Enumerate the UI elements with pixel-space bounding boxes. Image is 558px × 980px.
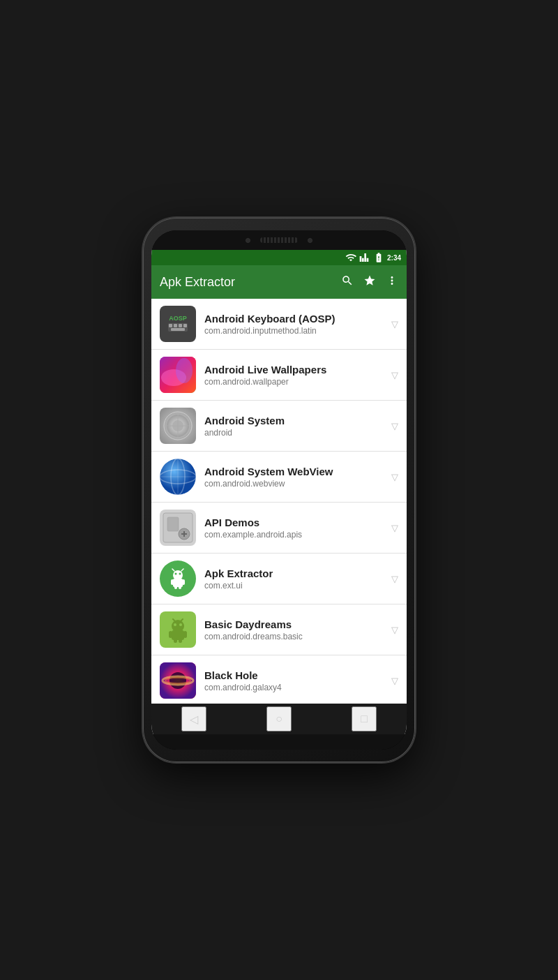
svg-rect-4 xyxy=(183,324,187,327)
status-bar: 2:34 xyxy=(151,250,407,265)
app-package: com.android.dreams.basic xyxy=(204,632,383,641)
app-name: Apk Extractor xyxy=(204,567,383,579)
app-info: Android System android xyxy=(204,415,383,438)
app-package: com.example.android.apis xyxy=(204,530,383,540)
speaker-grille xyxy=(260,237,298,243)
app-name: Black Hole xyxy=(204,669,383,681)
list-item[interactable]: Apk Extractor com.ext.ui ▽ xyxy=(151,554,407,604)
svg-line-41 xyxy=(181,619,183,621)
list-item[interactable]: Basic Daydreams com.android.dreams.basic… xyxy=(151,604,407,655)
svg-rect-43 xyxy=(183,631,187,638)
battery-icon xyxy=(373,252,384,263)
svg-point-38 xyxy=(174,623,176,626)
download-icon[interactable]: ▽ xyxy=(391,370,398,380)
search-icon[interactable] xyxy=(341,274,354,290)
app-list[interactable]: AOSP Android Keyboard (AOSP) com.andro xyxy=(151,299,407,704)
app-package: com.android.galaxy4 xyxy=(204,683,383,692)
app-icon-webview xyxy=(160,459,196,495)
svg-rect-42 xyxy=(169,631,172,638)
svg-rect-5 xyxy=(171,328,185,331)
list-item[interactable]: Android System android ▽ xyxy=(151,401,407,452)
download-icon[interactable]: ▽ xyxy=(391,523,398,533)
svg-rect-27 xyxy=(173,579,183,587)
sensor-dot xyxy=(308,238,312,243)
app-info: Basic Daydreams com.android.dreams.basic xyxy=(204,618,383,641)
download-icon[interactable]: ▽ xyxy=(391,625,398,635)
svg-point-29 xyxy=(179,573,181,575)
app-icon-live-wallpapers xyxy=(160,357,196,393)
phone-screen-container: 2:34 Apk Extractor xyxy=(151,230,407,750)
status-icons: 2:34 xyxy=(345,252,401,263)
app-info: API Demos com.example.android.apis xyxy=(204,517,383,540)
svg-rect-44 xyxy=(174,638,177,643)
app-info: Black Hole com.android.galaxy4 xyxy=(204,669,383,692)
app-package: com.android.webview xyxy=(204,479,383,489)
recents-button[interactable]: □ xyxy=(352,706,377,732)
app-info: Android System WebView com.android.webvi… xyxy=(204,466,383,489)
app-name: Android Keyboard (AOSP) xyxy=(204,313,383,325)
svg-point-39 xyxy=(179,623,182,626)
app-package: android xyxy=(204,428,383,438)
svg-point-28 xyxy=(175,573,177,575)
svg-rect-2 xyxy=(174,324,177,327)
camera-dot xyxy=(246,238,250,243)
app-name: Android System xyxy=(204,415,383,426)
app-icon-android-keyboard: AOSP xyxy=(160,306,196,342)
app-info: Apk Extractor com.ext.ui xyxy=(204,567,383,591)
favorites-icon[interactable] xyxy=(363,274,376,290)
list-item[interactable]: Android Live Wallpapers com.android.wall… xyxy=(151,350,407,401)
download-icon[interactable]: ▽ xyxy=(391,472,398,482)
app-icon-api-demos xyxy=(160,510,196,546)
app-name: Android Live Wallpapers xyxy=(204,364,383,376)
svg-line-40 xyxy=(173,619,175,621)
app-icon-apk-extractor xyxy=(160,560,196,597)
svg-rect-34 xyxy=(174,585,177,589)
phone-bottom-bar xyxy=(151,734,407,750)
app-package: com.ext.ui xyxy=(204,581,383,591)
list-item[interactable]: Black Hole com.android.galaxy4 ▽ xyxy=(151,655,407,704)
download-icon[interactable]: ▽ xyxy=(391,319,398,329)
phone-top-bar xyxy=(151,230,407,250)
download-icon[interactable]: ▽ xyxy=(391,676,398,686)
app-package: com.android.inputmethod.latin xyxy=(204,326,383,336)
svg-rect-3 xyxy=(179,324,182,327)
app-name: Basic Daydreams xyxy=(204,618,383,630)
status-time: 2:34 xyxy=(387,254,401,262)
app-info: Android Keyboard (AOSP) com.android.inpu… xyxy=(204,313,383,336)
toolbar-title: Apk Extractor xyxy=(160,275,335,290)
more-options-icon[interactable] xyxy=(386,274,398,290)
home-button[interactable]: ○ xyxy=(266,706,292,732)
list-item[interactable]: API Demos com.example.android.apis ▽ xyxy=(151,503,407,554)
download-icon[interactable]: ▽ xyxy=(391,574,398,584)
svg-point-47 xyxy=(169,672,186,689)
svg-rect-32 xyxy=(171,579,174,585)
list-item[interactable]: AOSP Android Keyboard (AOSP) com.andro xyxy=(151,299,407,350)
svg-rect-1 xyxy=(169,324,172,327)
screen: 2:34 Apk Extractor xyxy=(151,250,407,734)
svg-rect-35 xyxy=(179,585,181,589)
navigation-bar: ◁ ○ □ xyxy=(151,704,407,734)
list-item[interactable]: Android System WebView com.android.webvi… xyxy=(151,452,407,503)
app-icon-black-hole xyxy=(160,662,196,699)
svg-rect-45 xyxy=(179,638,182,643)
svg-rect-33 xyxy=(182,579,185,585)
wifi-icon xyxy=(345,252,356,263)
app-name: Android System WebView xyxy=(204,466,383,477)
svg-point-8 xyxy=(176,358,193,383)
download-icon[interactable]: ▽ xyxy=(391,421,398,431)
toolbar: Apk Extractor xyxy=(151,265,407,299)
app-icon-basic-daydreams xyxy=(160,611,196,648)
phone-device: 2:34 Apk Extractor xyxy=(143,218,415,762)
back-button[interactable]: ◁ xyxy=(181,706,206,732)
signal-icon xyxy=(359,252,370,263)
svg-rect-21 xyxy=(167,517,179,531)
toolbar-icons xyxy=(341,274,398,290)
app-info: Android Live Wallpapers com.android.wall… xyxy=(204,364,383,387)
app-package: com.android.wallpaper xyxy=(204,377,383,387)
app-icon-android-system xyxy=(160,408,196,444)
svg-point-26 xyxy=(173,570,183,580)
app-name: API Demos xyxy=(204,517,383,528)
svg-rect-37 xyxy=(172,630,184,640)
